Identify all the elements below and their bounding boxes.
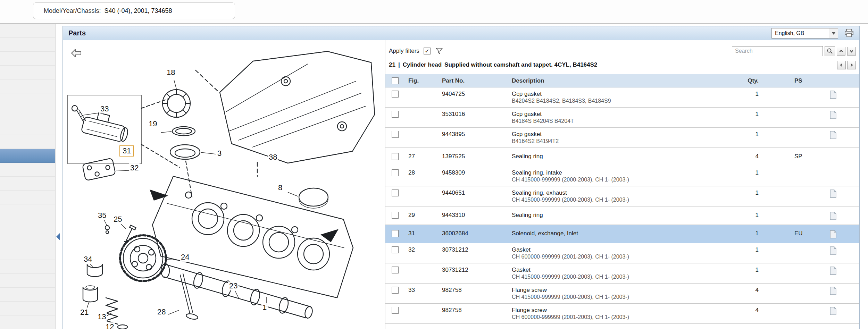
note-icon[interactable] — [829, 307, 837, 317]
section-number: 21 — [389, 61, 395, 68]
description-secondary: B4184S B4204S B4204T — [512, 118, 722, 124]
diagram-label-23: 23 — [228, 281, 239, 290]
qty-cell: 1 — [722, 230, 760, 237]
table-row[interactable]: 31 36002684 Solenoid, exchange, Inlet 1 … — [385, 225, 859, 243]
screen: Model/Year/Chassis: S40 (-04), 2001, 734… — [0, 0, 868, 329]
sidebar-item[interactable] — [0, 163, 55, 177]
table-row[interactable]: 33 982758 Flange screw CH 415000-999999 … — [385, 284, 859, 304]
select-all-checkbox[interactable] — [392, 77, 399, 84]
part-no-cell: 9443310 — [438, 212, 509, 219]
sidebar-item[interactable] — [0, 177, 55, 191]
sidebar-item[interactable] — [0, 121, 55, 135]
diagram-label-28: 28 — [156, 307, 167, 317]
description-cell: Gcp gasket B4164S2 B4194T2 — [509, 131, 722, 144]
row-checkbox[interactable] — [392, 189, 399, 196]
description-primary: Gcp gasket — [512, 111, 722, 118]
description-cell: Flange screw CH 415000-999999 (2000-2003… — [509, 287, 722, 300]
table-row[interactable]: 28 9458309 Sealing ring, intake CH 41500… — [385, 166, 859, 186]
search-icon — [827, 48, 833, 54]
table-row[interactable]: 3531016 Gcp gasket B4184S B4204S B4204T … — [385, 108, 859, 128]
table-row[interactable]: 30731212 Gasket CH 415000-999999 (2000-2… — [385, 263, 859, 284]
table-row[interactable]: 982758 Flange screw CH 600000-999999 (20… — [385, 304, 859, 324]
row-checkbox[interactable] — [392, 230, 399, 237]
diagram-label-13: 13 — [97, 312, 107, 321]
table-row[interactable]: 9404725 Gcp gasket B4204S2 B4184S2, B418… — [385, 87, 859, 108]
description-primary: Gcp gasket — [512, 91, 722, 98]
diagram-label-34: 34 — [83, 255, 93, 264]
dropdown-icon[interactable] — [829, 28, 838, 38]
note-icon[interactable] — [829, 212, 837, 221]
description-primary: Gasket — [512, 246, 722, 253]
row-checkbox[interactable] — [392, 246, 399, 253]
note-icon[interactable] — [829, 267, 837, 276]
search-button[interactable] — [825, 46, 835, 56]
sidebar-item[interactable] — [0, 93, 55, 107]
row-checkbox[interactable] — [392, 307, 399, 314]
sidebar-item[interactable] — [0, 191, 55, 204]
sidebar-item[interactable] — [0, 288, 55, 302]
row-checkbox[interactable] — [392, 153, 399, 160]
table-row[interactable]: 27 1397525 Sealing ring 4 SP — [385, 148, 859, 166]
table-row[interactable]: 9443895 Gcp gasket B4164S2 B4194T2 1 — [385, 128, 859, 148]
collapse-left-icon[interactable] — [56, 233, 60, 240]
sidebar-item[interactable] — [0, 24, 55, 38]
sidebar-item[interactable] — [0, 204, 55, 218]
diagram-pane: 181933833313235258243421131228231 — [63, 40, 378, 329]
sidebar-item[interactable] — [0, 246, 55, 260]
sidebar-item[interactable] — [0, 274, 55, 288]
search-input[interactable] — [732, 46, 823, 56]
note-icon[interactable] — [829, 189, 837, 199]
table-row[interactable]: 29 9443310 Sealing ring 1 — [385, 206, 859, 225]
note-icon[interactable] — [829, 111, 837, 120]
note-icon[interactable] — [829, 287, 837, 296]
print-button[interactable] — [844, 29, 854, 37]
fig-cell: 27 — [405, 153, 438, 160]
note-icon[interactable] — [829, 91, 837, 100]
sidebar-item[interactable] — [0, 218, 55, 232]
sidebar-item[interactable] — [0, 107, 55, 121]
row-checkbox[interactable] — [392, 267, 399, 273]
apply-filters-checkbox[interactable]: ✓ — [424, 48, 431, 54]
search-next-button[interactable] — [847, 47, 856, 56]
note-icon[interactable] — [829, 131, 837, 141]
row-checkbox[interactable] — [392, 212, 399, 219]
group-prev-button[interactable] — [837, 61, 846, 69]
row-checkbox[interactable] — [392, 111, 399, 118]
back-button[interactable] — [70, 48, 82, 58]
diagram-label-25: 25 — [112, 215, 123, 224]
col-header-qty: Qty. — [722, 77, 760, 84]
sidebar-item[interactable] — [0, 302, 55, 315]
sidebar-item[interactable] — [0, 149, 55, 163]
qty-cell: 4 — [722, 153, 760, 160]
col-header-part-no: Part No. — [438, 77, 509, 84]
group-next-button[interactable] — [847, 61, 856, 69]
table-row[interactable]: 9440651 Sealing ring, exhaust CH 415000-… — [385, 186, 859, 206]
description-cell: Solenoid, exchange, Inlet — [509, 230, 722, 237]
model-year-chassis-value: S40 (-04), 2001, 734658 — [104, 7, 172, 15]
col-header-description: Description — [509, 77, 722, 84]
sidebar-item[interactable] — [0, 66, 55, 79]
group-prev-icon — [839, 63, 844, 67]
note-icon[interactable] — [829, 230, 837, 240]
row-checkbox[interactable] — [392, 287, 399, 294]
table-row[interactable]: 32 30731212 Gasket CH 600000-999999 (200… — [385, 243, 859, 263]
sidebar-item[interactable] — [0, 260, 55, 274]
part-no-cell: 982758 — [438, 307, 509, 314]
language-selector[interactable]: English, GB — [771, 28, 838, 39]
filter-button[interactable] — [435, 47, 443, 55]
note-icon[interactable] — [829, 246, 837, 256]
row-checkbox[interactable] — [392, 91, 399, 98]
description-secondary: B4164S2 B4194T2 — [512, 138, 722, 144]
sidebar-item[interactable] — [0, 135, 55, 149]
sidebar-item[interactable] — [0, 52, 55, 66]
search-prev-button[interactable] — [837, 47, 845, 56]
sidebar-item[interactable] — [0, 315, 55, 329]
filter-icon — [435, 47, 443, 55]
sidebar-item[interactable] — [0, 79, 55, 93]
row-checkbox[interactable] — [392, 131, 399, 138]
sidebar-item[interactable] — [0, 38, 55, 52]
search-prev-icon — [839, 49, 843, 53]
row-checkbox[interactable] — [392, 169, 399, 176]
sidebar-item[interactable] — [0, 232, 55, 246]
diagram-label-21: 21 — [79, 308, 90, 317]
